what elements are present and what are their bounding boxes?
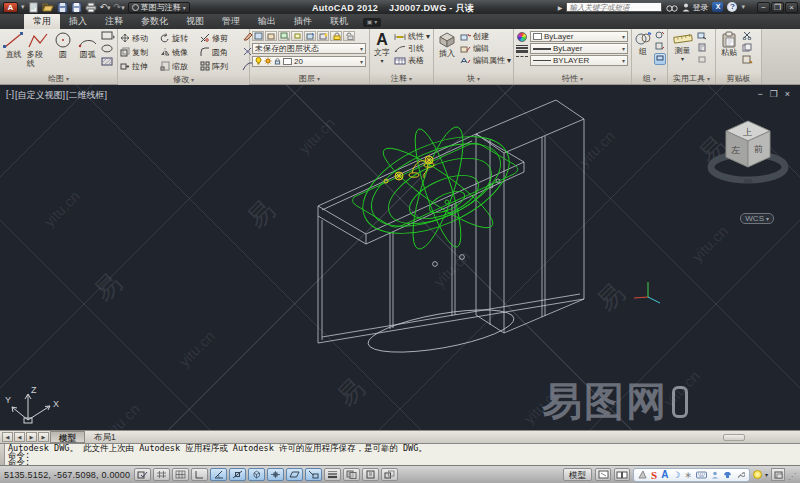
rotate-button[interactable]: 旋转	[160, 33, 200, 44]
ime-mode-icon[interactable]	[638, 470, 647, 479]
sign-in[interactable]: 登录	[682, 2, 708, 13]
open-button[interactable]	[42, 2, 54, 13]
color-wheel-icon[interactable]	[517, 32, 527, 42]
command-window[interactable]: Autodesk DWG。 此文件上次由 Autodesk 应用程序或 Auto…	[0, 443, 800, 465]
undo-button[interactable]: ↶▾	[100, 2, 111, 13]
search-expand-icon[interactable]: ▶	[558, 4, 563, 11]
polar-tracking-toggle[interactable]	[210, 468, 227, 481]
trim-button[interactable]: 修剪	[200, 33, 240, 44]
circle-button[interactable]: 圆	[52, 31, 75, 59]
close-button[interactable]: ×	[785, 2, 798, 13]
panel-label-draw[interactable]: 绘图 ▾	[0, 73, 117, 84]
paste-special-button[interactable]	[742, 55, 753, 66]
layer-properties-button[interactable]	[252, 31, 264, 41]
create-block-button[interactable]: 创建	[460, 31, 489, 42]
tab-home[interactable]: 常用	[24, 13, 60, 29]
mirror-button[interactable]: 镜像	[160, 47, 200, 58]
move-button[interactable]: 移动	[120, 33, 160, 44]
edit-attributes-button[interactable]: 编辑属性▾	[460, 55, 511, 66]
transparency-toggle[interactable]	[343, 468, 360, 481]
annotation-bulb-icon[interactable]	[753, 470, 762, 479]
edit-block-button[interactable]: 编辑	[460, 43, 489, 54]
scale-button[interactable]: 缩放	[160, 61, 200, 72]
infer-constraints-toggle[interactable]	[134, 468, 151, 481]
search-binoculars-icon[interactable]	[666, 3, 678, 12]
group-selectable-button[interactable]	[654, 53, 666, 65]
ime-punct-icon[interactable]: ∗	[684, 470, 692, 480]
panel-label-properties[interactable]: 特性 ▾	[514, 73, 631, 84]
selection-cycling-toggle[interactable]	[381, 468, 398, 481]
prev-layout-button[interactable]: ◀	[14, 432, 25, 442]
arc-button[interactable]: 圆弧	[76, 31, 99, 59]
line-button[interactable]: 直线	[2, 31, 25, 59]
panel-label-annotation[interactable]: 注释 ▾	[370, 73, 433, 84]
layer-freeze-button[interactable]	[304, 31, 316, 41]
paste-button[interactable]: 粘贴	[718, 31, 740, 57]
layer-lock-button[interactable]	[330, 31, 342, 41]
maximize-button[interactable]: ❐	[771, 2, 784, 13]
insert-block-button[interactable]: 插入	[436, 31, 458, 58]
quick-view-layouts-button[interactable]	[595, 468, 611, 481]
status-menu-arrow-icon[interactable]: ▾	[765, 471, 768, 478]
layer-sun-icon[interactable]	[264, 57, 272, 67]
save-as-button[interactable]	[71, 2, 82, 13]
media-tab-icon[interactable]: ▣ ▾	[363, 18, 381, 27]
workspace-switcher[interactable]: 草图与注释 ▾	[128, 2, 190, 13]
help-button[interactable]: ?	[727, 2, 737, 12]
model-space-button[interactable]: 模型	[563, 468, 592, 481]
lineweight-icon[interactable]	[516, 45, 528, 53]
tab-annotate[interactable]: 注释	[96, 13, 132, 29]
tab-plugins[interactable]: 插件	[285, 13, 321, 29]
sogou-logo-icon[interactable]: S	[651, 469, 657, 481]
group-button[interactable]: 组	[634, 31, 652, 56]
snap-mode-toggle[interactable]	[153, 468, 170, 481]
layer-lock-icon[interactable]	[274, 57, 281, 67]
linetype-dropdown[interactable]: BYLAYER ▾	[530, 55, 628, 66]
viewcube[interactable]: 上 左 前	[700, 105, 796, 205]
cut-button[interactable]	[742, 31, 753, 42]
layer-dropdown[interactable]: 20 ▾	[252, 56, 366, 67]
minimize-button[interactable]: −	[757, 2, 770, 13]
leader-button[interactable]: 引线	[394, 43, 424, 54]
last-layout-button[interactable]: ▶	[38, 432, 49, 442]
quick-calc-button[interactable]	[697, 43, 707, 54]
help-arrow-icon[interactable]: ▾	[741, 3, 745, 11]
layer-isolate-button[interactable]	[291, 31, 303, 41]
tab-online[interactable]: 联机	[321, 13, 357, 29]
exchange-apps-icon[interactable]: X	[712, 2, 723, 12]
tab-manage[interactable]: 管理	[213, 13, 249, 29]
layer-state-dropdown[interactable]: 未保存的图层状态 ▾	[252, 43, 366, 54]
app-menu-button[interactable]: A	[3, 2, 18, 13]
ime-wrench-icon[interactable]	[736, 471, 745, 479]
ime-fullhalf-icon[interactable]: ☽	[672, 470, 680, 480]
wcs-menu[interactable]: WCS ▾	[740, 213, 774, 224]
layer-match-button[interactable]	[265, 31, 277, 41]
quick-properties-toggle[interactable]	[362, 468, 379, 481]
object-snap-tracking-toggle[interactable]	[267, 468, 284, 481]
viewport-view-control[interactable]: [自定义视图]	[15, 89, 65, 102]
id-point-button[interactable]	[697, 55, 707, 66]
stretch-button[interactable]: 拉伸	[120, 61, 160, 72]
array-button[interactable]: 阵列	[200, 61, 240, 72]
rectangle-button[interactable]	[101, 31, 115, 42]
model-tab[interactable]: 模型	[50, 431, 85, 443]
copy-button[interactable]: 复制	[120, 47, 160, 58]
layer-off-button[interactable]	[317, 31, 329, 41]
panel-label-clipboard[interactable]: 剪贴板	[716, 73, 761, 84]
linetype-icon[interactable]	[516, 56, 528, 57]
layer-on-icon[interactable]	[255, 57, 262, 67]
new-button[interactable]	[28, 2, 39, 13]
ime-user-icon[interactable]	[711, 471, 719, 479]
viewport-visual-style-control[interactable]: [二维线框]	[66, 89, 107, 102]
group-edit-button[interactable]	[655, 42, 665, 52]
text-button[interactable]: A 文字 ▾	[372, 31, 392, 66]
first-layout-button[interactable]: ◀	[2, 432, 13, 442]
doc-minimize-button[interactable]: −	[757, 89, 762, 99]
save-button[interactable]	[57, 2, 68, 13]
tab-view[interactable]: 视图	[177, 13, 213, 29]
search-input[interactable]	[566, 2, 662, 12]
table-button[interactable]: 表格	[394, 55, 424, 66]
quick-select-button[interactable]	[697, 31, 707, 42]
app-menu-arrow-icon[interactable]: ▾	[21, 3, 25, 11]
layout1-tab[interactable]: 布局1	[86, 431, 124, 443]
